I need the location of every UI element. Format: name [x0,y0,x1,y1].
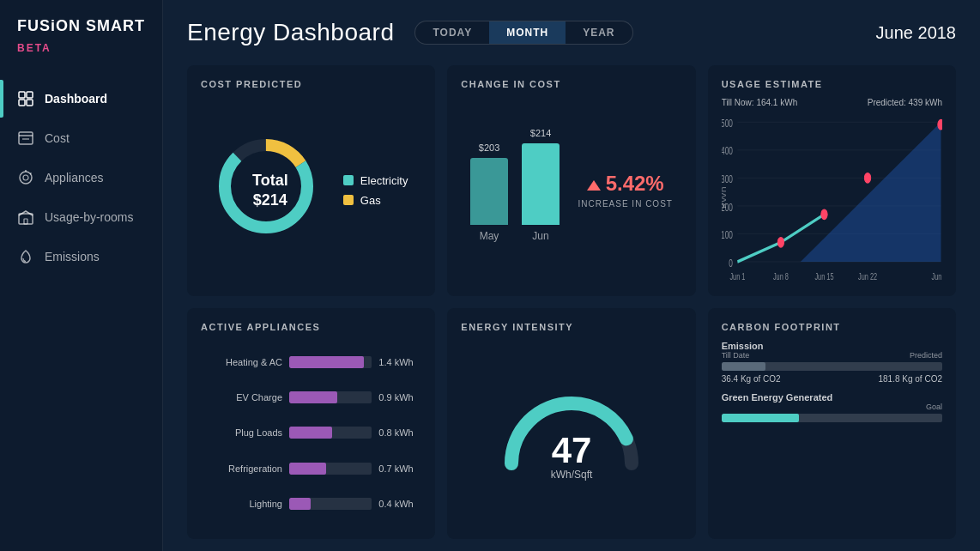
green-bar-fill [722,414,799,422]
gauge-unit: kWh/Sqft [551,469,593,481]
emission-values: 36.4 Kg of CO2 181.8 Kg of CO2 [722,374,942,384]
appliance-bar-heating [289,356,364,368]
bar-chart: $203 May $214 Jun [470,139,560,242]
change-info: 5.42% INCREASE IN COST [578,172,672,209]
green-energy-section: Green Energy Generated Goal [722,392,942,422]
sidebar-item-usage-by-rooms[interactable]: Usage-by-rooms [0,198,162,236]
svg-point-33 [937,119,942,129]
svg-text:300: 300 [722,173,733,185]
svg-point-30 [777,238,783,247]
donut-total-value: $214 [252,191,288,210]
appliance-name-ev: EV Charge [201,392,282,403]
appliances-card-body: Heating & AC 1.4 kWh EV Charge 0.9 kWh P… [201,341,421,525]
usage-estimate-title: USAGE ESTIMATE [722,79,942,89]
appliances-icon [17,169,34,186]
cost-icon [17,130,34,147]
svg-rect-4 [19,132,33,144]
appliance-val-heating: 1.4 kWh [378,357,421,367]
tab-today[interactable]: TODAY [415,21,489,44]
svg-text:Jun 22: Jun 22 [858,270,877,282]
legend-gas: Gas [343,194,408,207]
svg-point-8 [23,175,28,180]
change-card-body: $203 May $214 Jun 5.42% INCREASE IN COST [461,98,681,282]
cost-predicted-card: COST PREDICTED Total $214 [187,65,435,296]
sidebar-appliances-label: Appliances [45,171,104,185]
change-label: INCREASE IN COST [578,199,672,209]
main-content: Energy Dashboard TODAY MONTH YEAR June 2… [163,0,980,551]
electricity-label: Electricity [360,174,408,187]
bar-jun-value: $214 [530,128,551,138]
energy-intensity-card: ENERGY INTENSITY 47 kWh/Sqft [447,308,695,539]
svg-rect-12 [24,219,27,224]
appliance-bar-plug [289,427,332,439]
current-date: June 2018 [876,23,956,43]
emission-bar-fill [722,362,765,371]
cost-card-body: Total $214 Electricity Gas [201,98,421,282]
appliance-val-lighting: 0.4 kWh [378,499,421,509]
rooms-icon [17,209,34,226]
sidebar-item-cost[interactable]: Cost [0,119,162,157]
usage-card-body: Till Now: 164.1 kWh Predicted: 439 kWh 5… [722,98,942,282]
gas-dot [343,195,354,205]
appliance-val-plug: 0.8 kWh [378,427,421,438]
svg-text:400: 400 [722,145,733,157]
tab-month[interactable]: MONTH [489,21,566,44]
sidebar-emissions-label: Emissions [45,250,100,263]
gauge-value: 47 [551,433,593,469]
emission-section: Emission Till Date Predicted 36.4 Kg of … [722,341,942,384]
appliance-bar-wrap-ev [289,391,372,403]
bar-may-bar [470,158,508,225]
svg-rect-1 [27,92,33,98]
appliance-bar-refrig [289,463,326,475]
bar-jun-bar [522,143,560,225]
usage-meta: Till Now: 164.1 kWh Predicted: 439 kWh [722,98,942,107]
appliance-bar-ev [289,391,337,403]
app-logo: FUSiON SMART [0,0,162,42]
change-in-cost-title: CHANGE IN COST [461,79,681,89]
appliance-row-refrig: Refrigeration 0.7 kWh [201,463,421,475]
donut-total-label: Total [252,170,288,190]
bar-jun-label: Jun [532,230,548,242]
active-appliances-card: ACTIVE APPLIANCES Heating & AC 1.4 kWh E… [187,308,435,539]
svg-rect-0 [19,92,25,98]
electricity-dot [343,175,354,185]
svg-rect-3 [27,100,33,106]
sidebar-item-appliances[interactable]: Appliances [0,159,162,197]
appliance-bar-wrap-plug [289,427,372,439]
green-bar-header: Goal [722,403,942,411]
change-in-cost-card: CHANGE IN COST $203 May $214 Jun [447,65,695,296]
donut-legend: Electricity Gas [343,174,408,207]
bar-may-label: May [480,230,499,242]
svg-text:0: 0 [729,257,733,269]
appliance-name-lighting: Lighting [201,499,282,509]
till-now-label: Till Now: 164.1 kWh [722,98,798,107]
sidebar-item-emissions[interactable]: Emissions [0,238,162,276]
appliance-row-lighting: Lighting 0.4 kWh [201,498,421,510]
svg-text:Jun 29: Jun 29 [931,270,942,282]
gas-label: Gas [360,194,381,207]
intensity-card-body: 47 kWh/Sqft [461,341,681,525]
appliance-row-ev: EV Charge 0.9 kWh [201,391,421,403]
svg-text:100: 100 [722,228,733,240]
emission-bar-track [722,362,942,371]
svg-point-32 [864,173,870,183]
active-appliances-title: ACTIVE APPLIANCES [201,322,421,332]
appliance-name-refrig: Refrigeration [201,463,282,474]
predicted-header: Predicted [910,351,942,360]
appliance-val-ev: 0.9 kWh [378,392,421,403]
svg-rect-2 [19,100,25,106]
beta-badge: BETA [0,42,162,71]
sidebar-cost-label: Cost [45,131,70,145]
bar-jun: $214 Jun [522,128,560,242]
gauge-wrapper: 47 kWh/Sqft [494,378,649,489]
sidebar-dashboard-label: Dashboard [45,92,107,106]
appliance-val-refrig: 0.7 kWh [378,463,421,474]
donut-center-text: Total $214 [252,170,288,210]
dashboard-icon [17,90,34,107]
page-title: Energy Dashboard [187,19,394,46]
green-bar-track [722,414,942,422]
sidebar-item-dashboard[interactable]: Dashboard [0,80,162,118]
tab-year[interactable]: YEAR [566,21,632,44]
bar-may-value: $203 [479,142,499,153]
bar-may: $203 May [470,142,508,242]
